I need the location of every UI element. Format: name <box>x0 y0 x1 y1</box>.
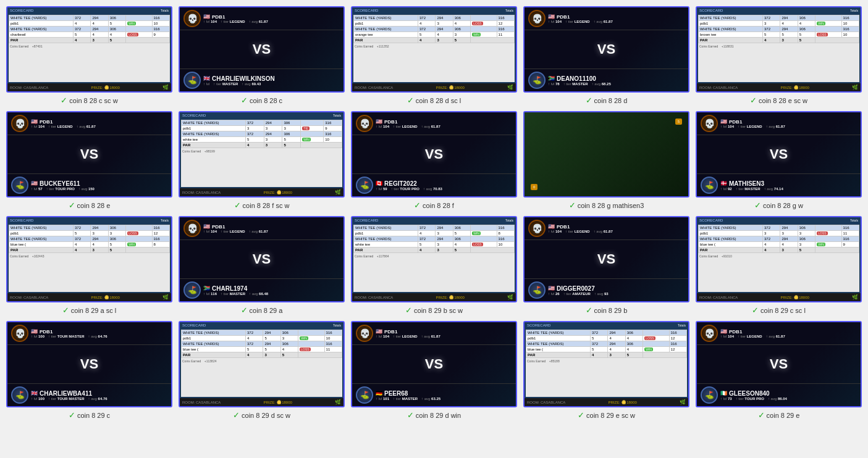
vs-label: VS <box>180 240 343 278</box>
card-label-card1: ✓ coin 8 28 c sc w <box>61 96 117 105</box>
player2-avatar: ⛳ <box>183 281 201 299</box>
card-label-card19: ✓ coin 8 29 e sc w <box>578 410 635 420</box>
label-text: coin 8 29 a sc l <box>71 307 116 314</box>
label-text: coin 8 28 e <box>77 202 111 209</box>
card-image-card16: 💀 🇺🇸 PDB1 ↑ lvl 100 ↑ tier TOUR MASTER ↑… <box>6 321 172 407</box>
player1-info: 🇺🇸 PDB1 ↑ lvl 104 ↑ tier LEGEND ↑ avg 61… <box>720 328 857 338</box>
label-text: coin 8 29 b sc w <box>414 307 463 314</box>
card-card19[interactable]: SCORECARD Totals WHITE TEE (YARDS) 37229… <box>523 321 689 420</box>
player1-avatar: 💀 <box>701 325 718 342</box>
player2-avatar: ⛳ <box>183 72 201 89</box>
player1-info: 🇺🇸 PDB1 ↑ lvl 104 ↑ tier LEGEND ↑ avg 61… <box>376 328 512 338</box>
check-icon: ✓ <box>407 410 414 420</box>
player2-info: 🇩🇰 MATHISEN3 ↑ lvl 92 ↑ tier MASTER ↑ av… <box>720 180 857 191</box>
card-image-card13: SCORECARD Totals WHITE TEE (YARDS) 37229… <box>351 216 517 302</box>
card-image-card15: SCORECARD Totals WHITE TEE (YARDS) 37229… <box>696 216 862 302</box>
label-text: coin 8 29 e sc w <box>586 412 635 419</box>
player2-avatar: ⛳ <box>701 177 718 194</box>
check-icon: ✓ <box>69 410 75 420</box>
label-text: coin 8 28 d <box>594 97 628 104</box>
check-icon: ✓ <box>405 306 412 315</box>
player2-info: 🇩🇪 PEER68 ↑ lvl 101 ↑ tier MASTER ↑ avg … <box>376 390 512 401</box>
card-card14[interactable]: 💀 🇺🇸 PDB1 ↑ lvl 104 ↑ tier LEGEND ↑ avg … <box>523 216 689 315</box>
card-card15[interactable]: SCORECARD Totals WHITE TEE (YARDS) 37229… <box>696 216 862 315</box>
card-card3[interactable]: SCORECARD Totals WHITE TEE (YARDS) 37229… <box>351 6 517 105</box>
vs-label: VS <box>525 240 688 278</box>
card-image-card14: 💀 🇺🇸 PDB1 ↑ lvl 104 ↑ tier LEGEND ↑ avg … <box>523 216 689 302</box>
label-text: coin 8 29 c sc l <box>761 307 806 314</box>
label-text: coin 8 28 c <box>250 97 282 104</box>
card-card9[interactable]: 5 0 game paused while reconnecting ✓ coi… <box>523 111 689 210</box>
check-icon: ✓ <box>407 96 414 105</box>
card-card1[interactable]: SCORECARD Totals WHITE TEE (YARDS) 37229… <box>6 6 172 105</box>
player2-avatar: ⛳ <box>701 386 718 404</box>
card-label-card8: ✓ coin 8 28 f <box>414 201 454 210</box>
vs-label: VS <box>525 30 688 69</box>
card-card17[interactable]: SCORECARD Totals WHITE TEE (YARDS) 37229… <box>179 321 345 420</box>
card-card16[interactable]: 💀 🇺🇸 PDB1 ↑ lvl 100 ↑ tier TOUR MASTER ↑… <box>6 321 172 420</box>
player1-info: 🇺🇸 PDB1 ↑ lvl 104 ↑ tier LEGEND ↑ avg 61… <box>720 119 857 128</box>
card-label-card20: ✓ coin 8 29 e <box>758 410 800 420</box>
player2-info: 🇺🇸 BUCKEYE611 ↑ lvl 57 ↑ tier TOUR PRO ↑… <box>31 180 167 191</box>
card-label-card13: ✓ coin 8 29 b sc w <box>405 306 463 315</box>
vs-label: VS <box>352 345 516 383</box>
card-label-card15: ✓ coin 8 29 c sc l <box>752 306 806 315</box>
card-grid: SCORECARD Totals WHITE TEE (YARDS) 37229… <box>6 6 862 420</box>
label-text: coin 8 28 e sc w <box>759 97 807 104</box>
card-label-card7: ✓ coin 8 28 f sc w <box>234 201 290 210</box>
check-icon: ✓ <box>234 201 241 210</box>
check-icon: ✓ <box>752 306 759 315</box>
card-image-card19: SCORECARD Totals WHITE TEE (YARDS) 37229… <box>523 321 689 407</box>
label-text: coin 8 29 d sc w <box>242 412 290 419</box>
card-image-card5: SCORECARD Totals WHITE TEE (YARDS) 37229… <box>696 6 862 93</box>
card-card20[interactable]: 💀 🇺🇸 PDB1 ↑ lvl 104 ↑ tier LEGEND ↑ avg … <box>696 321 862 420</box>
label-text: coin 8 28 g mathisen3 <box>578 202 644 209</box>
player1-avatar: 💀 <box>528 220 546 237</box>
card-card6[interactable]: 💀 🇺🇸 PDB1 ↑ lvl 104 ↑ tier LEGEND ↑ avg … <box>6 111 172 210</box>
check-icon: ✓ <box>69 201 75 210</box>
card-card5[interactable]: SCORECARD Totals WHITE TEE (YARDS) 37229… <box>696 6 862 105</box>
card-label-card2: ✓ coin 8 28 c <box>241 96 282 105</box>
card-card11[interactable]: SCORECARD Totals WHITE TEE (YARDS) 37229… <box>6 216 172 315</box>
check-icon: ✓ <box>61 96 67 105</box>
vs-label: VS <box>697 345 861 383</box>
label-text: coin 8 28 f <box>423 202 454 209</box>
card-label-card11: ✓ coin 8 29 a sc l <box>62 306 116 315</box>
label-text: coin 8 28 f sc w <box>243 202 290 209</box>
card-card8[interactable]: 💀 🇺🇸 PDB1 ↑ lvl 104 ↑ tier LEGEND ↑ avg … <box>351 111 517 210</box>
card-card10[interactable]: 💀 🇺🇸 PDB1 ↑ lvl 104 ↑ tier LEGEND ↑ avg … <box>696 111 862 210</box>
player2-info: 🇿🇦 CHARL1974 ↑ lvl 116 ↑ tier MASTER ↑ a… <box>203 285 340 296</box>
card-card18[interactable]: 💀 🇺🇸 PDB1 ↑ lvl 104 ↑ tier LEGEND ↑ avg … <box>351 321 517 420</box>
card-image-card11: SCORECARD Totals WHITE TEE (YARDS) 37229… <box>6 216 172 302</box>
player1-info: 🇺🇸 PDB1 ↑ lvl 104 ↑ tier LEGEND ↑ avg 61… <box>203 223 340 233</box>
card-card12[interactable]: 💀 🇺🇸 PDB1 ↑ lvl 104 ↑ tier LEGEND ↑ avg … <box>179 216 345 315</box>
label-text: coin 8 28 d sc l <box>416 97 461 104</box>
player2-info: 🇬🇧 CHARLIEWBA411 ↑ lvl 100 ↑ tier TOUR M… <box>31 390 167 401</box>
card-image-card9: 5 0 game paused while reconnecting <box>523 111 689 198</box>
player2-avatar: ⛳ <box>11 177 28 194</box>
check-icon: ✓ <box>754 201 761 210</box>
check-icon: ✓ <box>241 306 248 315</box>
card-card13[interactable]: SCORECARD Totals WHITE TEE (YARDS) 37229… <box>351 216 517 315</box>
player1-info: 🇺🇸 PDB1 ↑ lvl 104 ↑ tier LEGEND ↑ avg 61… <box>548 223 685 233</box>
check-icon: ✓ <box>62 306 69 315</box>
player1-avatar: 💀 <box>356 115 373 132</box>
check-icon: ✓ <box>241 96 248 105</box>
check-icon: ✓ <box>750 96 757 105</box>
card-label-card6: ✓ coin 8 28 e <box>69 201 111 210</box>
card-card4[interactable]: 💀 🇺🇸 PDB1 ↑ lvl 104 ↑ tier LEGEND ↑ avg … <box>523 6 689 105</box>
player1-info: 🇺🇸 PDB1 ↑ lvl 104 ↑ tier LEGEND ↑ avg 61… <box>548 14 685 23</box>
player2-avatar: ⛳ <box>528 72 546 89</box>
vs-label: VS <box>7 345 171 383</box>
card-label-card10: ✓ coin 8 28 g w <box>754 201 803 210</box>
card-image-card12: 💀 🇺🇸 PDB1 ↑ lvl 104 ↑ tier LEGEND ↑ avg … <box>179 216 345 302</box>
card-card2[interactable]: 💀 🇺🇸 PDB1 ↑ lvl 104 ↑ tier LEGEND ↑ avg … <box>179 6 345 105</box>
card-image-card20: 💀 🇺🇸 PDB1 ↑ lvl 104 ↑ tier LEGEND ↑ avg … <box>696 321 862 407</box>
player1-avatar: 💀 <box>528 10 546 27</box>
player1-avatar: 💀 <box>183 220 201 237</box>
card-label-card16: ✓ coin 8 29 c <box>69 410 110 420</box>
vs-label: VS <box>697 135 861 173</box>
vs-label: VS <box>180 30 343 69</box>
card-card7[interactable]: SCORECARD Totals WHITE TEE (YARDS) 37229… <box>179 111 345 210</box>
vs-label: VS <box>7 135 171 173</box>
